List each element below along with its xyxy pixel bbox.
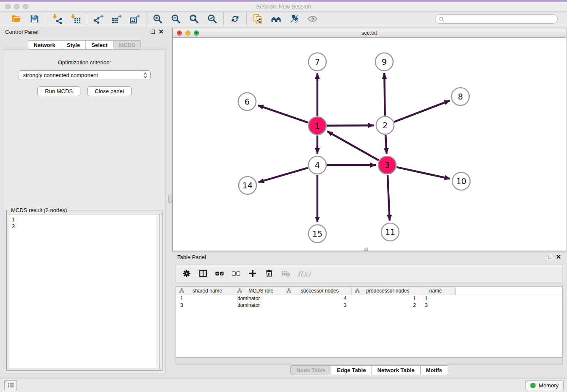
tab-select[interactable]: Select: [86, 40, 113, 50]
table-panel: Table Panel ✕ f(x) shared nameMCDS roles…: [172, 252, 566, 377]
network-window-titlebar[interactable]: × – + scc.txt: [173, 28, 566, 38]
export-network-icon[interactable]: [93, 14, 104, 24]
graph-node-1[interactable]: 1: [308, 117, 326, 135]
graph-edge-1-6[interactable]: [258, 105, 308, 123]
result-scrollbar[interactable]: [156, 215, 160, 368]
graph-node-label: 8: [458, 92, 463, 101]
graph-edge-3-10[interactable]: [396, 167, 450, 179]
table-panel-title: Table Panel: [177, 254, 206, 260]
show-columns-icon[interactable]: [198, 269, 208, 278]
table-row[interactable]: 1dominator411: [176, 295, 562, 302]
table-cell[interactable]: 1: [352, 295, 419, 301]
table-cell[interactable]: 4: [283, 295, 352, 301]
table-cell[interactable]: dominator: [234, 302, 283, 308]
copy-network-icon[interactable]: [253, 14, 263, 24]
tree-icon: [179, 288, 184, 293]
graph-svg: 7968124314101511: [173, 38, 566, 251]
graph-node-14[interactable]: 14: [239, 177, 256, 194]
table-row[interactable]: 3dominator323: [176, 302, 562, 309]
main-toolbar: [0, 12, 567, 26]
graph-edge-3-11[interactable]: [388, 175, 390, 221]
graph-node-3[interactable]: 3: [378, 156, 396, 174]
graph-node-11[interactable]: 11: [381, 223, 399, 241]
tab-node-table[interactable]: Node Table: [290, 365, 331, 375]
table-cell[interactable]: 3: [176, 302, 234, 308]
add-column-icon[interactable]: [248, 269, 257, 278]
search-box[interactable]: [435, 14, 558, 24]
graph-edge-2-8[interactable]: [394, 101, 449, 122]
deselect-all-icon[interactable]: [231, 269, 241, 278]
search-input[interactable]: [446, 16, 554, 22]
import-network-icon[interactable]: [52, 14, 63, 24]
open-session-icon[interactable]: [11, 14, 22, 24]
graph-node-8[interactable]: 8: [451, 88, 469, 105]
save-session-icon[interactable]: [29, 14, 40, 24]
tab-motifs[interactable]: Motifs: [421, 365, 448, 375]
table-panel-header: Table Panel ✕: [172, 252, 566, 262]
toolbar-group: [146, 14, 223, 24]
tab-edge-table[interactable]: Edge Table: [331, 365, 372, 375]
graph-node-10[interactable]: 10: [452, 172, 470, 190]
home-icon[interactable]: [271, 14, 281, 24]
table-options-icon[interactable]: [182, 269, 191, 278]
hide-labels-icon[interactable]: [289, 14, 300, 24]
graph-node-4[interactable]: 4: [308, 156, 326, 174]
run-mcds-button[interactable]: Run MCDS: [37, 86, 80, 96]
close-panel-icon[interactable]: ✕: [158, 30, 164, 34]
memory-button[interactable]: Memory: [525, 380, 564, 390]
zoom-in-icon[interactable]: [152, 14, 163, 24]
network-canvas[interactable]: 7968124314101511: [173, 38, 566, 251]
column-header-predecessor-nodes[interactable]: predecessor nodes: [352, 287, 419, 295]
export-image-icon[interactable]: [129, 14, 140, 24]
mcds-result-line: 1: [12, 216, 160, 223]
zoom-fit-icon[interactable]: [189, 14, 199, 24]
table-cell[interactable]: 3: [283, 302, 352, 308]
graph-edge-2-3[interactable]: [385, 135, 386, 154]
close-panel-button[interactable]: Close panel: [87, 86, 132, 96]
graph-edge-3-1[interactable]: [328, 131, 379, 160]
import-table-icon[interactable]: [70, 14, 81, 24]
select-all-icon[interactable]: [215, 269, 224, 278]
show-graphics-icon[interactable]: [307, 14, 318, 24]
mcds-result-area[interactable]: 13: [9, 215, 160, 368]
column-header-shared-name[interactable]: shared name: [176, 287, 234, 295]
node-table: shared nameMCDS rolesuccessor nodesprede…: [176, 286, 563, 358]
tab-network[interactable]: Network: [28, 40, 61, 50]
table-body: 1dominator4113dominator323: [176, 295, 562, 309]
export-table-icon[interactable]: [111, 14, 122, 24]
graph-node-9[interactable]: 9: [375, 53, 393, 71]
graph-node-6[interactable]: 6: [238, 93, 256, 110]
tab-style[interactable]: Style: [61, 40, 86, 50]
column-header-name[interactable]: name: [419, 287, 456, 295]
delete-columns-icon[interactable]: [264, 269, 274, 278]
zoom-selected-icon[interactable]: [207, 14, 217, 24]
table-cell[interactable]: 2: [352, 302, 419, 308]
tab-mcds[interactable]: MCDS: [113, 40, 141, 50]
graph-edge-4-14[interactable]: [259, 168, 308, 182]
table-cell[interactable]: 3: [419, 302, 456, 308]
table-cell[interactable]: 1: [419, 295, 456, 301]
automation-menu-button[interactable]: [4, 380, 17, 391]
panel-divider-handle[interactable]: [168, 196, 171, 203]
network-view-window: × – + scc.txt 7968124314101511: [172, 28, 566, 251]
float-table-panel-icon[interactable]: [548, 255, 552, 259]
graph-node-7[interactable]: 7: [308, 53, 326, 71]
toolbar-group: [5, 14, 46, 24]
control-panel: Control Panel ✕ NetworkStyleSelectMCDS O…: [0, 26, 169, 378]
graph-edge-1-2[interactable]: [327, 125, 374, 126]
table-cell[interactable]: dominator: [234, 295, 283, 301]
tab-network-table[interactable]: Network Table: [372, 365, 421, 375]
close-table-panel-icon[interactable]: ✕: [556, 255, 561, 259]
refresh-layout-icon[interactable]: [230, 14, 240, 24]
float-panel-icon[interactable]: [151, 30, 155, 34]
network-resize-handle[interactable]: [364, 248, 368, 251]
table-cell[interactable]: 1: [176, 295, 234, 301]
criterion-dropdown[interactable]: strongly connected component: [19, 70, 151, 80]
zoom-out-icon[interactable]: [171, 14, 181, 24]
graph-node-15[interactable]: 15: [308, 225, 326, 243]
graph-edge-2-9[interactable]: [384, 73, 385, 116]
graph-node-2[interactable]: 2: [376, 116, 394, 134]
column-header-successor-nodes[interactable]: successor nodes: [283, 287, 352, 295]
toolbar-groups: [5, 13, 324, 25]
column-header-MCDS-role[interactable]: MCDS role: [234, 287, 283, 295]
